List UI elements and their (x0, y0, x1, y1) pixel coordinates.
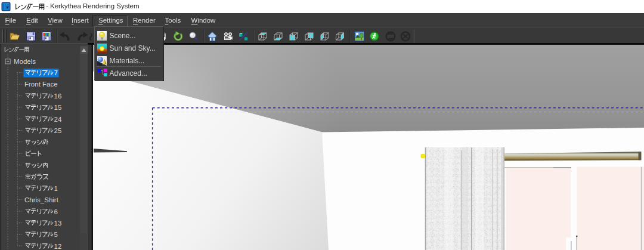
svg-text:Materials...: Materials... (110, 57, 145, 65)
svg-text:Scene...: Scene... (110, 32, 136, 40)
svg-text:24: 24 (54, 116, 62, 123)
svg-text:1: 1 (54, 185, 58, 192)
svg-text:Sun and Sky...: Sun and Sky... (110, 44, 156, 53)
svg-text:Models: Models (14, 58, 36, 65)
svg-text:5: 5 (54, 231, 58, 238)
svg-text:25: 25 (54, 127, 62, 134)
svg-text:Chris_Shirt: Chris_Shirt (24, 196, 59, 203)
svg-text:16: 16 (54, 92, 62, 100)
svg-text:6: 6 (54, 208, 58, 215)
svg-text:Front Face: Front Face (24, 81, 58, 88)
svg-text:7: 7 (54, 69, 58, 76)
svg-text:13: 13 (54, 220, 62, 227)
svg-text:Advanced...: Advanced... (110, 69, 147, 78)
svg-text:12: 12 (54, 243, 62, 250)
svg-text:15: 15 (54, 104, 62, 111)
